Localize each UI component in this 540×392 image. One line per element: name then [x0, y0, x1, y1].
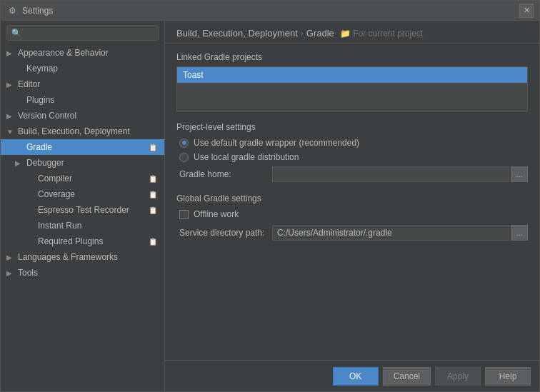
project-level-settings: Project-level settings Use default gradl…	[176, 122, 528, 182]
sidebar-item-tools[interactable]: ▶ Tools	[1, 265, 164, 281]
help-button[interactable]: Help	[485, 367, 531, 386]
sidebar: 🔍 ▶ Appearance & Behavior Keymap ▶ Edito…	[1, 21, 165, 391]
service-directory-input[interactable]	[272, 225, 509, 241]
window-body: 🔍 ▶ Appearance & Behavior Keymap ▶ Edito…	[1, 21, 539, 391]
for-project-label: 📁 For current project	[340, 29, 423, 39]
service-directory-browse-button[interactable]: ...	[511, 225, 528, 241]
compiler-icon: 📋	[149, 175, 159, 183]
arrow-icon: ▶	[6, 112, 15, 120]
sidebar-item-label: Compiler	[38, 174, 72, 184]
use-local-distribution-radio[interactable]	[179, 153, 189, 162]
sidebar-item-compiler[interactable]: Compiler 📋	[1, 171, 164, 186]
apply-button[interactable]: Apply	[435, 367, 481, 386]
use-default-wrapper-radio[interactable]	[179, 139, 189, 148]
sidebar-item-appearance[interactable]: ▶ Appearance & Behavior	[1, 45, 164, 61]
settings-window-icon: ⚙	[6, 5, 18, 16]
content-area: Linked Gradle projects Toast Project-lev…	[165, 44, 539, 360]
service-directory-row: Service directory path: ...	[176, 225, 528, 241]
gradle-home-label: Gradle home:	[179, 169, 272, 179]
arrow-icon: ▶	[15, 159, 24, 167]
sidebar-item-label: Plugins	[26, 95, 54, 105]
espresso-icon: 📋	[149, 206, 159, 214]
sidebar-item-coverage[interactable]: Coverage 📋	[1, 186, 164, 202]
sidebar-item-label: Tools	[18, 268, 38, 278]
sidebar-item-plugins[interactable]: Plugins	[1, 92, 164, 108]
gradle-home-row: Gradle home: ...	[176, 166, 528, 182]
use-default-wrapper-label: Use default gradle wrapper (recommended)	[194, 138, 359, 148]
linked-projects-list: Toast	[176, 66, 528, 112]
sidebar-item-label: Required Plugins	[38, 236, 103, 246]
settings-window: ⚙ Settings ✕ 🔍 ▶ Appearance & Behavior K…	[0, 0, 540, 392]
sidebar-item-label: Gradle	[26, 142, 52, 152]
search-icon: 🔍	[11, 29, 21, 38]
project-icon: 📁	[340, 29, 351, 39]
sidebar-item-label: Instant Run	[38, 221, 81, 231]
close-button[interactable]: ✕	[519, 4, 534, 18]
project-settings-label: Project-level settings	[176, 122, 528, 132]
list-item[interactable]: Toast	[177, 67, 527, 83]
gradle-home-input[interactable]	[272, 166, 509, 182]
sidebar-item-label: Languages & Frameworks	[18, 252, 118, 262]
global-settings-label: Global Gradle settings	[176, 194, 528, 203]
arrow-icon: ▶	[6, 49, 15, 57]
use-local-distribution-row: Use local gradle distribution	[176, 152, 528, 162]
sidebar-item-version-control[interactable]: ▶ Version Control	[1, 108, 164, 124]
sidebar-item-debugger[interactable]: ▶ Debugger	[1, 155, 164, 171]
sidebar-item-build-execution-deployment[interactable]: ▼ Build, Execution, Deployment	[1, 124, 164, 139]
sidebar-item-languages-frameworks[interactable]: ▶ Languages & Frameworks	[1, 249, 164, 265]
sidebar-item-label: Editor	[18, 79, 40, 89]
cancel-button[interactable]: Cancel	[383, 367, 431, 386]
sidebar-item-keymap[interactable]: Keymap	[1, 61, 164, 76]
main-content: Build, Execution, Deployment › Gradle 📁 …	[165, 21, 539, 391]
sidebar-item-label: Espresso Test Recorder	[38, 205, 129, 215]
use-local-distribution-label: Use local gradle distribution	[194, 152, 299, 162]
coverage-icon: 📋	[149, 191, 159, 198]
gradle-home-browse-button[interactable]: ...	[511, 166, 528, 182]
use-default-wrapper-row: Use default gradle wrapper (recommended)	[176, 138, 528, 148]
sidebar-item-required-plugins[interactable]: Required Plugins 📋	[1, 233, 164, 249]
sidebar-item-instant-run[interactable]: Instant Run	[1, 218, 164, 233]
offline-work-checkbox[interactable]	[179, 210, 189, 219]
service-directory-label: Service directory path:	[179, 228, 272, 238]
breadcrumb-path: Build, Execution, Deployment	[176, 28, 298, 39]
linked-projects-label: Linked Gradle projects	[176, 52, 528, 62]
search-input[interactable]	[24, 28, 154, 38]
sidebar-item-editor[interactable]: ▶ Editor	[1, 76, 164, 92]
breadcrumb: Build, Execution, Deployment › Gradle 📁 …	[165, 21, 539, 44]
arrow-icon: ▶	[6, 253, 15, 261]
global-gradle-settings: Global Gradle settings Offline work Serv…	[176, 194, 528, 241]
breadcrumb-current: Gradle	[306, 28, 334, 39]
title-bar: ⚙ Settings ✕	[1, 1, 539, 21]
footer: OK Cancel Apply Help	[165, 360, 539, 391]
arrow-icon: ▶	[6, 81, 15, 89]
offline-work-row: Offline work	[176, 209, 528, 219]
arrow-icon: ▼	[6, 128, 15, 136]
sidebar-item-label: Version Control	[18, 111, 76, 121]
sidebar-item-label: Build, Execution, Deployment	[18, 126, 130, 136]
gradle-project-icon: 📋	[149, 144, 159, 151]
ok-button[interactable]: OK	[333, 367, 379, 386]
offline-work-label: Offline work	[194, 209, 239, 219]
sidebar-item-gradle[interactable]: Gradle 📋	[1, 139, 164, 155]
breadcrumb-divider: ›	[301, 29, 304, 39]
sidebar-item-label: Keymap	[26, 64, 58, 74]
required-plugins-icon: 📋	[149, 238, 159, 246]
sidebar-item-label: Appearance & Behavior	[18, 48, 109, 58]
window-title: Settings	[22, 6, 519, 16]
search-box: 🔍	[6, 25, 159, 41]
sidebar-item-espresso[interactable]: Espresso Test Recorder 📋	[1, 202, 164, 218]
arrow-icon: ▶	[6, 269, 15, 277]
list-empty-space	[177, 83, 527, 111]
sidebar-item-label: Coverage	[38, 189, 75, 199]
sidebar-item-label: Debugger	[26, 158, 64, 168]
